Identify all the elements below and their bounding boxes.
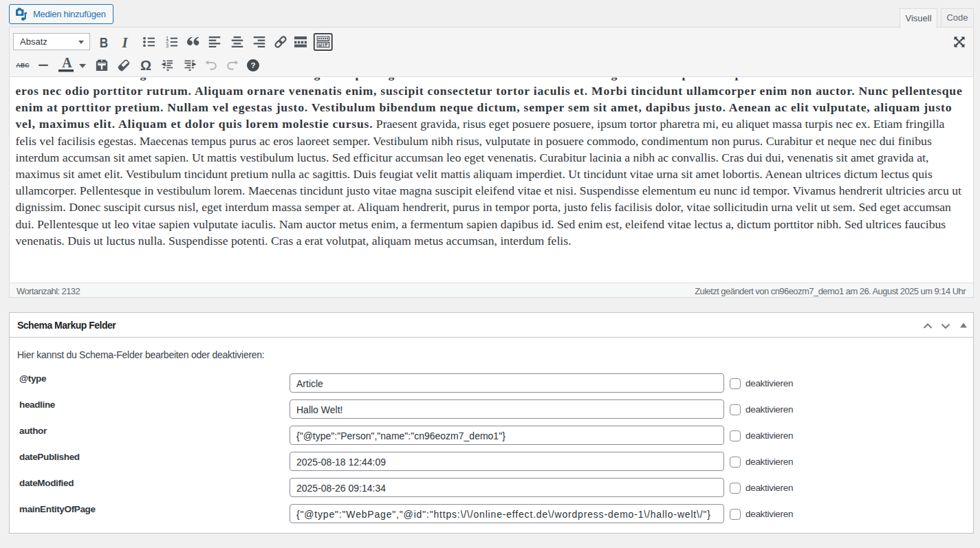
svg-text:3: 3	[166, 43, 168, 47]
svg-text:?: ?	[250, 61, 255, 69]
